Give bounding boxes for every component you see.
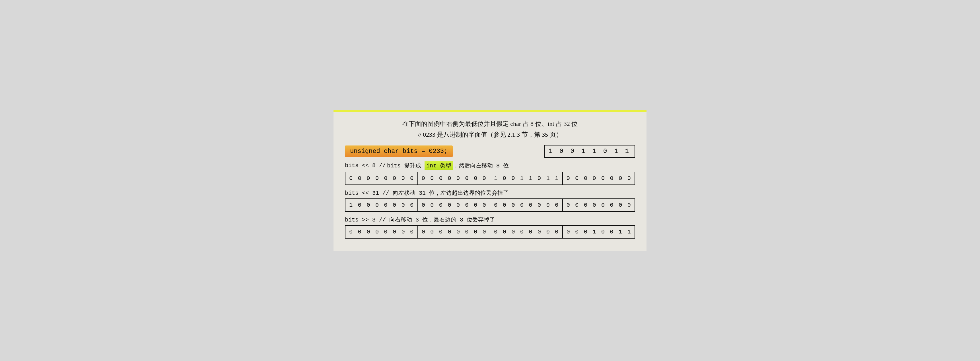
operation1-label: bits << 8 // bits 提升成 int 类型 ，然后向左移动 8 位 xyxy=(345,161,635,170)
operation3-group4: 0 0 0 1 0 0 1 1 xyxy=(563,225,635,239)
operation1-bits-row: 0 0 0 0 0 0 0 0 0 0 0 0 0 0 0 0 1 0 0 1 … xyxy=(345,172,635,185)
operation2-group2: 0 0 0 0 0 0 0 0 xyxy=(418,198,490,212)
initial-bits-box: 1 0 0 1 1 0 1 1 xyxy=(544,145,635,158)
operation3-group1: 0 0 0 0 0 0 0 0 xyxy=(345,225,418,239)
operation3-bits-row: 0 0 0 0 0 0 0 0 0 0 0 0 0 0 0 0 0 0 xyxy=(345,225,635,239)
operation3-text: bits >> 3 // 向右移动 3 位，最右边的 3 位丢弃掉了 xyxy=(345,216,495,224)
operation3-label: bits >> 3 // 向右移动 3 位，最右边的 3 位丢弃掉了 xyxy=(345,216,635,224)
operation2-text: bits << 31 // 向左移动 31 位，左边超出边界的位丢弃掉了 xyxy=(345,189,509,197)
operation2-group1: 1 0 0 0 0 0 0 0 xyxy=(345,198,418,212)
operation1-group2: 0 0 0 0 0 0 0 0 xyxy=(418,172,490,185)
operation3-section: bits >> 3 // 向右移动 3 位，最右边的 3 位丢弃掉了 0 0 0… xyxy=(345,216,635,239)
operation1-comment-pre: bits 提升成 xyxy=(387,162,425,169)
operation3-group3: 0 0 0 0 0 0 0 0 xyxy=(490,225,563,239)
operation1-highlight: int 类型 xyxy=(425,161,453,170)
operation2-section: bits << 31 // 向左移动 31 位，左边超出边界的位丢弃掉了 1 0… xyxy=(345,189,635,212)
operation1-group3: 1 0 0 1 1 0 1 1 xyxy=(490,172,563,185)
description-line2: // 0233 是八进制的字面值（参见 2.1.3 节，第 35 页） xyxy=(345,129,635,140)
code-declaration: unsigned char bits = 0233; xyxy=(345,145,453,157)
operation2-bits-row: 1 0 0 0 0 0 0 0 0 0 0 0 0 0 0 0 0 0 xyxy=(345,198,635,212)
yellow-highlight-bar xyxy=(334,110,646,112)
operation1-group4: 0 0 0 0 0 0 0 0 xyxy=(563,172,635,185)
operation1-group1: 0 0 0 0 0 0 0 0 xyxy=(345,172,418,185)
operation2-group4: 0 0 0 0 0 0 0 0 xyxy=(563,198,635,212)
description-text: 在下面的图例中右侧为最低位并且假定 char 占 8 位、int 占 32 位 … xyxy=(345,118,635,140)
operation1-comment-post: ，然后向左移动 8 位 xyxy=(453,162,509,169)
operation2-group3: 0 0 0 0 0 0 0 0 xyxy=(490,198,563,212)
main-page: 在下面的图例中右侧为最低位并且假定 char 占 8 位、int 占 32 位 … xyxy=(334,110,646,251)
description-line1: 在下面的图例中右侧为最低位并且假定 char 占 8 位、int 占 32 位 xyxy=(345,118,635,129)
code-declaration-row: unsigned char bits = 0233; 1 0 0 1 1 0 1… xyxy=(345,145,635,158)
operation3-group2: 0 0 0 0 0 0 0 0 xyxy=(418,225,490,239)
operation1-code: bits << 8 // xyxy=(345,162,386,169)
operation2-label: bits << 31 // 向左移动 31 位，左边超出边界的位丢弃掉了 xyxy=(345,189,635,197)
